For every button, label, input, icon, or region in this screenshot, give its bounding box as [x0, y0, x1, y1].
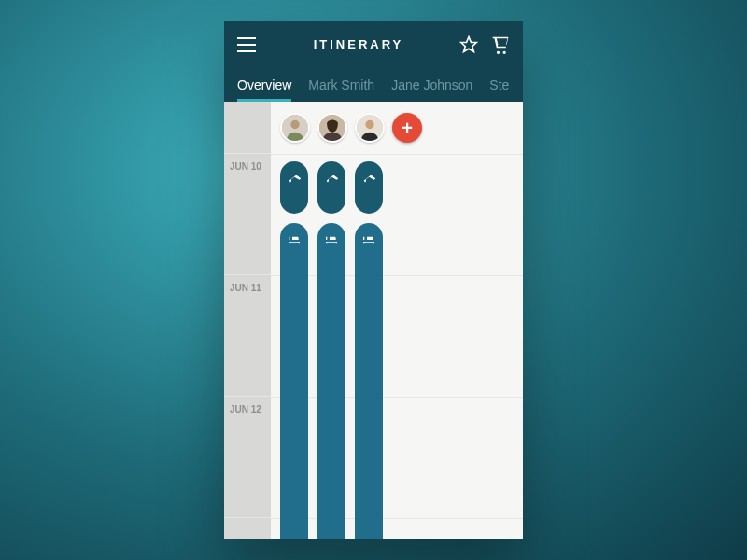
- avatar[interactable]: [280, 113, 310, 143]
- date-label: [224, 518, 271, 539]
- itinerary-body: JUN 10 JUN 11 JUN 12 +: [224, 102, 523, 539]
- plane-icon: [324, 169, 339, 184]
- plane-icon: [287, 169, 302, 184]
- grid-line: [271, 275, 523, 276]
- page-title: ITINERARY: [258, 37, 459, 51]
- flight-block[interactable]: [355, 161, 383, 214]
- svg-point-2: [290, 119, 299, 128]
- timeline-grid[interactable]: +: [271, 102, 523, 539]
- avatar-row: +: [271, 102, 523, 154]
- bed-icon: [287, 231, 302, 245]
- tab-person-2[interactable]: Jane Johnson: [391, 77, 472, 102]
- top-bar: ITINERARY: [224, 21, 523, 68]
- bed-icon: [324, 231, 339, 245]
- star-icon[interactable]: [459, 35, 478, 54]
- menu-icon[interactable]: [237, 35, 258, 55]
- avatar[interactable]: [355, 113, 385, 143]
- plane-icon: [361, 169, 376, 184]
- date-label: JUN 11: [224, 275, 271, 397]
- grid-line: [271, 397, 523, 398]
- header-actions: [459, 35, 510, 54]
- svg-marker-0: [461, 36, 477, 51]
- app-header: ITINERARY Overview Mark Smith Jane Johns…: [224, 21, 523, 102]
- add-person-button[interactable]: +: [392, 113, 422, 143]
- grid-line: [271, 154, 523, 155]
- hotel-block[interactable]: [317, 223, 345, 539]
- grid-line: [271, 518, 523, 519]
- flight-block[interactable]: [280, 161, 308, 214]
- bed-icon: [361, 231, 376, 245]
- date-label: JUN 10: [224, 154, 271, 275]
- date-column: JUN 10 JUN 11 JUN 12: [224, 102, 271, 539]
- hotel-block[interactable]: [355, 223, 383, 539]
- svg-point-6: [365, 119, 374, 128]
- tab-overview[interactable]: Overview: [237, 77, 291, 102]
- itinerary-screen: ITINERARY Overview Mark Smith Jane Johns…: [224, 21, 523, 539]
- avatar[interactable]: [317, 113, 347, 143]
- flight-block[interactable]: [317, 161, 345, 214]
- tab-person-3[interactable]: Ste: [489, 77, 509, 102]
- cart-icon[interactable]: [491, 35, 510, 54]
- hotel-block[interactable]: [280, 223, 308, 539]
- tab-bar: Overview Mark Smith Jane Johnson Ste: [224, 68, 523, 102]
- tab-person-1[interactable]: Mark Smith: [308, 77, 374, 102]
- date-label: JUN 12: [224, 397, 271, 518]
- date-spacer: [224, 102, 271, 154]
